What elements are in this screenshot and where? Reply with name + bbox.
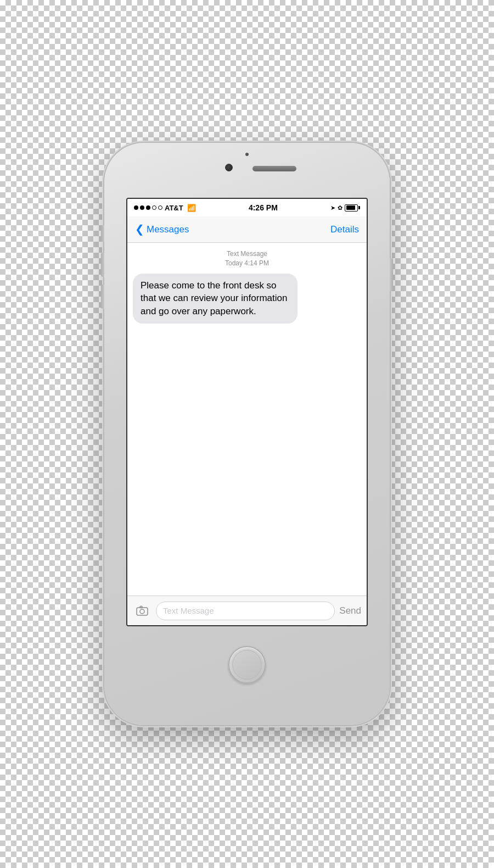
status-bar: AT&T 📶 4:26 PM ➤ ✿ (127, 199, 367, 216)
message-area: Text Message Today 4:14 PM Please come t… (127, 243, 367, 596)
signal-dot-1 (134, 205, 138, 210)
message-bubble-container: Please come to the front desk so that we… (133, 274, 361, 324)
received-message-bubble: Please come to the front desk so that we… (133, 274, 297, 324)
signal-dot-3 (146, 205, 150, 210)
battery-fill (346, 205, 355, 210)
front-camera (225, 164, 233, 171)
message-input-placeholder: Text Message (163, 606, 214, 615)
top-bezel (104, 143, 390, 198)
back-button[interactable]: ❮ Messages (135, 224, 189, 235)
status-left: AT&T 📶 (134, 204, 196, 212)
back-label: Messages (147, 224, 189, 235)
volume-down-button[interactable] (101, 285, 104, 309)
message-type-label: Text Message (133, 249, 361, 259)
speaker-grille (252, 166, 296, 171)
mute-button[interactable] (101, 225, 104, 242)
camera-button[interactable] (133, 602, 151, 620)
svg-point-1 (140, 609, 144, 614)
status-right: ➤ ✿ (330, 204, 360, 212)
volume-up-button[interactable] (101, 253, 104, 277)
svg-rect-0 (137, 608, 148, 615)
signal-dot-4 (152, 205, 156, 210)
battery-body (345, 204, 358, 212)
message-text: Please come to the front desk so that we… (141, 280, 287, 317)
phone-device: AT&T 📶 4:26 PM ➤ ✿ ❮ Messages De (104, 143, 390, 725)
details-button[interactable]: Details (330, 224, 359, 235)
signal-dot-2 (140, 205, 144, 210)
input-bar: Text Message Send (127, 596, 367, 625)
message-time-label: Today 4:14 PM (133, 259, 361, 268)
status-time: 4:26 PM (249, 203, 278, 212)
bottom-bezel (104, 626, 390, 703)
phone-screen: AT&T 📶 4:26 PM ➤ ✿ ❮ Messages De (126, 198, 368, 626)
wifi-icon: 📶 (187, 204, 196, 212)
svg-rect-2 (140, 606, 142, 608)
location-icon: ➤ (330, 204, 335, 212)
bluetooth-icon: ✿ (338, 204, 343, 212)
signal-strength (134, 205, 162, 210)
home-button-inner (232, 650, 262, 680)
chevron-left-icon: ❮ (135, 224, 144, 235)
battery-tip (358, 206, 360, 209)
message-input[interactable]: Text Message (156, 602, 335, 620)
battery-indicator (345, 204, 360, 212)
send-button[interactable]: Send (339, 605, 361, 616)
power-button[interactable] (390, 258, 393, 291)
home-button[interactable] (228, 646, 266, 683)
signal-dot-5 (158, 205, 162, 210)
carrier-label: AT&T (165, 204, 183, 212)
message-meta: Text Message Today 4:14 PM (133, 249, 361, 268)
navigation-bar: ❮ Messages Details (127, 216, 367, 243)
headphone-jack (245, 153, 249, 156)
